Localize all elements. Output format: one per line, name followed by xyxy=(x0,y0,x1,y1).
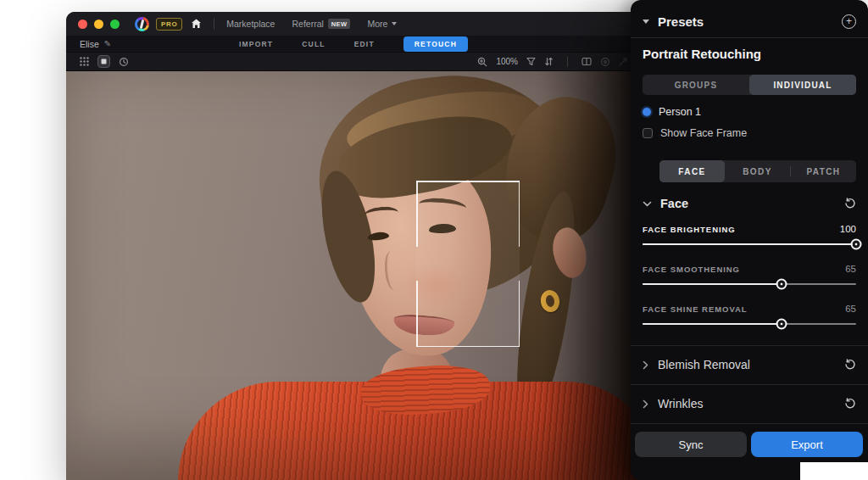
titlebar: PRO Marketplace Referral NEW More xyxy=(66,12,641,36)
slider-handle[interactable] xyxy=(776,319,787,330)
grid-view-icon[interactable] xyxy=(80,57,89,66)
slider-handle[interactable] xyxy=(776,279,787,290)
compare-icon[interactable] xyxy=(600,57,610,67)
person-selector[interactable]: Person 1 xyxy=(643,106,856,118)
single-image-view-icon[interactable] xyxy=(97,55,110,68)
tab-patch[interactable]: PATCH xyxy=(791,160,856,182)
aftershoot-logo-icon xyxy=(135,17,149,31)
toolbar-divider xyxy=(567,57,568,67)
view-toolbar: 100% xyxy=(66,53,641,71)
zoom-level[interactable]: 100% xyxy=(496,57,518,66)
reset-wrinkles-icon[interactable] xyxy=(844,398,856,410)
section-wrinkles[interactable]: Wrinkles xyxy=(643,395,856,412)
face-shine-removal-slider[interactable] xyxy=(643,318,856,330)
zoom-icon[interactable] xyxy=(477,57,487,67)
divider xyxy=(631,384,868,385)
new-badge: NEW xyxy=(328,19,351,29)
nav-retouch[interactable]: RETOUCH xyxy=(403,36,468,52)
reset-face-icon[interactable] xyxy=(844,198,856,209)
menu-marketplace[interactable]: Marketplace xyxy=(226,19,275,29)
more-tools-icon[interactable] xyxy=(619,58,627,66)
sort-icon[interactable] xyxy=(544,57,554,66)
sync-button[interactable]: Sync xyxy=(635,432,747,457)
slider-row: FACE SMOOTHENING 65 xyxy=(643,264,856,290)
show-face-frame-toggle[interactable]: Show Face Frame xyxy=(643,127,856,139)
nav-edit[interactable]: EDIT xyxy=(354,40,375,48)
presets-header[interactable]: Presets + xyxy=(643,12,856,31)
section-blemish-removal[interactable]: Blemish Removal xyxy=(643,356,856,373)
vignette-overlay xyxy=(66,71,641,480)
face-frame-checkbox[interactable] xyxy=(643,128,653,138)
face-brightening-slider[interactable] xyxy=(643,238,856,250)
fullscreen-window-button[interactable] xyxy=(110,20,120,29)
slider-row: FACE SHINE REMOVAL 65 xyxy=(643,304,856,330)
chevron-down-icon xyxy=(643,201,652,207)
editor-window: PRO Marketplace Referral NEW More Elise … xyxy=(66,12,641,480)
tab-face[interactable]: FACE xyxy=(659,160,725,182)
nav-cull[interactable]: CULL xyxy=(302,40,325,48)
image-crop-notch xyxy=(800,462,868,480)
workflow-nav: IMPORT CULL EDIT RETOUCH xyxy=(239,36,468,52)
menu-more[interactable]: More xyxy=(367,19,397,29)
nav-import[interactable]: IMPORT xyxy=(239,40,273,48)
filter-icon[interactable] xyxy=(526,57,536,66)
mode-tabs: GROUPS INDIVIDUAL xyxy=(643,75,856,95)
photo-canvas[interactable] xyxy=(66,71,641,480)
chevron-down-icon xyxy=(643,20,649,24)
pro-badge: PRO xyxy=(156,18,182,31)
tab-individual[interactable]: INDIVIDUAL xyxy=(749,75,856,95)
tab-body[interactable]: BODY xyxy=(725,160,790,182)
face-frame-overlay xyxy=(416,181,520,347)
history-icon[interactable] xyxy=(119,57,129,67)
chevron-right-icon xyxy=(643,399,648,409)
tab-groups[interactable]: GROUPS xyxy=(643,75,749,95)
reset-blemish-icon[interactable] xyxy=(844,359,856,371)
part-tabs: FACE BODY PATCH xyxy=(659,160,856,182)
slider-handle[interactable] xyxy=(851,239,862,250)
chevron-down-icon xyxy=(392,22,397,25)
project-name: Elise ✎ xyxy=(80,39,111,49)
split-view-icon[interactable] xyxy=(581,57,592,66)
project-bar: Elise ✎ IMPORT CULL EDIT RETOUCH xyxy=(66,36,641,53)
minimize-window-button[interactable] xyxy=(94,20,103,29)
menu-referral[interactable]: Referral NEW xyxy=(292,19,350,29)
preset-name: Portrait Retouching xyxy=(643,47,856,61)
divider xyxy=(631,37,868,38)
person-radio[interactable] xyxy=(643,108,651,116)
titlebar-divider xyxy=(214,18,214,30)
face-smoothening-slider[interactable] xyxy=(643,278,856,290)
home-icon[interactable] xyxy=(191,19,202,29)
edit-name-icon[interactable]: ✎ xyxy=(104,39,111,48)
stage: PRO Marketplace Referral NEW More Elise … xyxy=(0,0,868,480)
presets-title: Presets xyxy=(658,14,833,29)
panel-footer: Sync Export xyxy=(635,432,863,457)
close-window-button[interactable] xyxy=(78,20,87,29)
divider xyxy=(631,423,868,424)
slider-row: FACE BRIGHTENING 100 xyxy=(643,224,856,250)
export-button[interactable]: Export xyxy=(751,432,863,457)
chevron-right-icon xyxy=(643,360,648,370)
face-section-header[interactable]: Face xyxy=(643,197,856,210)
retouch-panel: Presets + Portrait Retouching GROUPS IND… xyxy=(631,0,868,480)
add-preset-button[interactable]: + xyxy=(842,14,856,29)
divider xyxy=(631,345,868,346)
